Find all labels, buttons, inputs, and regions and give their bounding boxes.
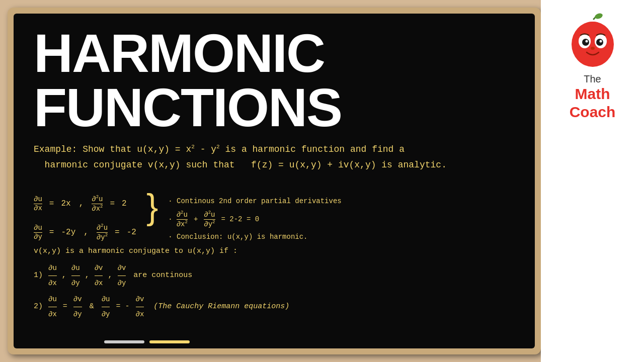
bullet-points: · Continous 2nd order partial derivative… xyxy=(168,195,341,241)
progress-bar-yellow xyxy=(149,340,190,343)
bottom-section: v(x,y) is a harmonic conjugate to u(x,y)… xyxy=(34,244,520,323)
progress-bar-white xyxy=(104,340,144,343)
frac-d2u-dy2: ∂2u ∂y2 xyxy=(97,223,108,241)
frac-d2u-dx2: ∂2u ∂x2 xyxy=(92,195,103,212)
frac-du-dy-c1: ∂u ∂y xyxy=(71,261,80,290)
frac-dv-dy-c1: ∂v ∂y xyxy=(118,261,126,290)
frac-du-dx: ∂u ∂x xyxy=(34,195,42,212)
frac-dv-dx-c1: ∂v ∂x xyxy=(95,261,103,290)
sidebar: The Math Coach xyxy=(541,0,644,362)
logo-text: The Math Coach xyxy=(570,73,616,121)
main-layout: HARMONIC FUNCTIONS Example: Show that u(… xyxy=(0,0,644,362)
bullet-2: · ∂2u ∂x2 + ∂2u ∂y2 = 2-2 = 0 xyxy=(168,210,341,228)
frac-du-dy: ∂u ∂y xyxy=(34,224,42,241)
math-section: ∂u ∂x = 2x , ∂2u ∂x2 = 2 xyxy=(34,195,520,241)
logo-coach: Coach xyxy=(570,103,616,121)
svg-point-5 xyxy=(596,39,603,46)
frac-du-dx-c2: ∂u ∂x xyxy=(48,292,57,321)
bullet-3: · Conclusion: u(x,y) is harmonic. xyxy=(168,233,341,241)
title-line2: FUNCTIONS xyxy=(34,80,342,135)
chalkboard-frame: HARMONIC FUNCTIONS Example: Show that u(… xyxy=(8,8,541,354)
frac-d2u-dy2-b2: ∂2u ∂y2 xyxy=(204,210,215,228)
conjugate-intro: v(x,y) is a harmonic conjugate to u(x,y)… xyxy=(34,244,520,259)
frac-d2u-dx2-b2: ∂2u ∂x2 xyxy=(177,210,188,228)
title-line1: HARMONIC xyxy=(34,26,342,80)
example-line1: Example: Show that u(x,y) = x2 - y2 is a… xyxy=(34,142,520,157)
svg-point-0 xyxy=(594,13,603,20)
frac-du-dy-c2: ∂u ∂y xyxy=(102,292,110,321)
partial-column: ∂u ∂x = 2x , ∂2u ∂x2 = 2 xyxy=(34,195,136,241)
logo-container: The Math Coach xyxy=(562,10,623,121)
chalkboard-inner: HARMONIC FUNCTIONS Example: Show that u(… xyxy=(14,14,535,348)
condition-1: 1) ∂u ∂x , ∂u ∂y , ∂v ∂x , xyxy=(34,261,520,290)
condition-2: 2) ∂u ∂x = ∂v ∂y & ∂u ∂y = - xyxy=(34,292,520,321)
title-text: HARMONIC FUNCTIONS xyxy=(34,26,342,135)
logo-the: The xyxy=(584,73,601,85)
svg-point-6 xyxy=(585,40,588,43)
example-section: Example: Show that u(x,y) = x2 - y2 is a… xyxy=(34,142,520,172)
bullet-1: · Continous 2nd order partial derivative… xyxy=(168,197,341,205)
logo-math: Math xyxy=(575,85,610,103)
svg-point-4 xyxy=(582,39,589,46)
svg-point-1 xyxy=(572,22,614,67)
logo-graphic xyxy=(562,10,623,70)
frac-dv-dy-c2: ∂v ∂y xyxy=(73,292,82,321)
progress-bars xyxy=(104,340,190,343)
svg-point-7 xyxy=(599,40,602,43)
frac-du-dx-c1: ∂u ∂x xyxy=(48,261,57,290)
example-line2: harmonic conjugate v(x,y) such that f(z)… xyxy=(34,157,520,173)
svg-point-8 xyxy=(591,47,595,50)
curly-brace: } xyxy=(146,192,158,222)
partial-du-dy: ∂u ∂y = -2y , ∂2u ∂y2 = -2 xyxy=(34,223,136,241)
math-grid: ∂u ∂x = 2x , ∂2u ∂x2 = 2 xyxy=(34,195,520,241)
partial-du-dx: ∂u ∂x = 2x , ∂2u ∂x2 = 2 xyxy=(34,195,136,212)
frac-dv-dx-c2: ∂v ∂x xyxy=(136,292,144,321)
